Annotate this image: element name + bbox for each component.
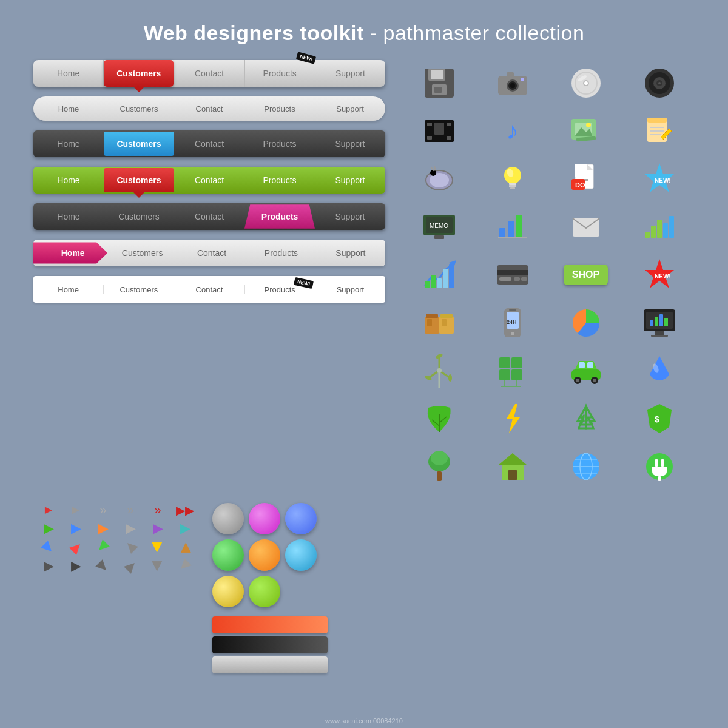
nav-support-7[interactable]: Support — [315, 285, 385, 294]
speaker-icon — [624, 60, 695, 106]
camera-icon — [477, 60, 548, 106]
new-red-badge-icon: NEW! — [624, 252, 695, 297]
svg-rect-74 — [443, 269, 448, 288]
svg-rect-134 — [437, 471, 442, 481]
svg-rect-66 — [651, 226, 656, 238]
svg-point-39 — [430, 170, 436, 176]
arrow-dark-3: ▶ — [89, 552, 118, 581]
music-note-icon: ♪ — [477, 108, 548, 153]
navbar-7: Home Customers Contact Products NEW! Sup… — [33, 276, 385, 303]
nav-support-2[interactable]: Support — [315, 104, 385, 113]
nav-support-1[interactable]: Support — [315, 60, 385, 87]
nav-support-4[interactable]: Support — [315, 175, 385, 185]
arrow-orange: ▶ — [91, 521, 115, 536]
navbar-5: Home Customers Contact Products Support — [33, 203, 385, 230]
svg-rect-71 — [425, 281, 430, 288]
svg-point-133 — [431, 451, 448, 465]
nav-home-4[interactable]: Home — [33, 175, 104, 185]
svg-rect-44 — [509, 185, 516, 187]
sticker-pink — [249, 503, 280, 534]
nav-contact-4[interactable]: Contact — [174, 175, 244, 185]
bar-silver — [212, 656, 328, 673]
svg-text:♻: ♻ — [580, 413, 590, 425]
nav-customers-7[interactable]: Customers — [104, 285, 174, 294]
email-icon — [550, 204, 621, 249]
nav-customers-2[interactable]: Customers — [104, 104, 174, 113]
svg-rect-26 — [447, 136, 451, 140]
nav-home-5[interactable]: Home — [33, 212, 104, 221]
nav-products-6[interactable]: Products — [246, 248, 315, 258]
bar-chart-icon — [477, 204, 548, 249]
svg-text:NEW!: NEW! — [655, 177, 671, 184]
arrow-dark-1: ▶ — [36, 558, 61, 574]
nav-support-6[interactable]: Support — [316, 248, 385, 258]
nav-products-5[interactable]: Products — [244, 204, 315, 229]
page-header: Web designers toolkit - pathmaster colle… — [0, 0, 728, 60]
nav-customers-1[interactable]: Customers — [104, 60, 174, 87]
svg-marker-129 — [507, 404, 520, 433]
nav-contact-1[interactable]: Contact — [174, 60, 244, 87]
nav-contact-5[interactable]: Contact — [174, 212, 244, 221]
svg-text:NEW!: NEW! — [655, 273, 671, 280]
nav-home-3[interactable]: Home — [33, 139, 104, 149]
shop-icon: SHOP — [550, 252, 621, 297]
bar-dark — [212, 636, 328, 653]
nav-home-2[interactable]: Home — [33, 104, 104, 113]
svg-rect-92 — [509, 309, 516, 311]
nav-home-1[interactable]: Home — [33, 60, 104, 87]
pie-chart-icon — [550, 300, 621, 345]
trending-up-icon — [403, 252, 474, 297]
delivery-box-icon — [403, 300, 474, 345]
svg-point-10 — [521, 78, 524, 81]
svg-rect-145 — [661, 459, 664, 467]
svg-rect-84 — [427, 319, 432, 326]
arrow-dark-5: ▶ — [150, 554, 166, 578]
nav-home-6[interactable]: Home — [33, 242, 107, 263]
nav-products-2[interactable]: Products — [244, 104, 315, 113]
nav-customers-4[interactable]: Customers — [104, 168, 174, 192]
arrow-gray-1: ► — [64, 503, 88, 517]
arrow-dark-4: ▶ — [116, 552, 145, 581]
nav-home-7[interactable]: Home — [33, 285, 104, 294]
svg-rect-78 — [499, 277, 511, 281]
svg-rect-4 — [434, 87, 442, 93]
eco-tag-icon: $ — [624, 396, 695, 441]
navbar-3: Home Customers Contact Products Support — [33, 130, 385, 157]
image-icon — [550, 108, 621, 153]
icons-column: ♪ DOC NEW! MEMO — [397, 60, 695, 489]
title-regular: - pathmaster collection — [364, 21, 585, 44]
nav-products-7[interactable]: Products NEW! — [245, 285, 315, 294]
svg-rect-69 — [669, 216, 674, 238]
sticker-blue — [285, 503, 317, 534]
nav-products-3[interactable]: Products — [244, 139, 315, 149]
arrow-blue: ▶ — [64, 521, 88, 536]
watermark: www.sucai.com 00084210 — [325, 717, 403, 724]
nav-customers-6[interactable]: Customers — [107, 248, 177, 258]
arrow-dark-2: ▶ — [64, 558, 88, 574]
sticker-orange — [249, 539, 280, 571]
svg-point-30 — [586, 123, 591, 127]
monitor-chart-icon — [624, 300, 695, 345]
nav-contact-2[interactable]: Contact — [174, 104, 244, 113]
nav-support-3[interactable]: Support — [315, 139, 385, 149]
svg-point-14 — [584, 81, 588, 85]
nav-customers-3[interactable]: Customers — [104, 132, 174, 156]
nav-support-5[interactable]: Support — [315, 212, 385, 221]
lightning-icon — [477, 396, 548, 441]
nav-customers-5[interactable]: Customers — [104, 212, 174, 221]
arrow-dgray-1: » — [91, 503, 115, 517]
svg-rect-86 — [442, 319, 447, 326]
nav-products-4[interactable]: Products — [244, 175, 315, 185]
sticker-lime — [249, 576, 280, 607]
nav-contact-7[interactable]: Contact — [174, 285, 244, 294]
title-bold: Web designers toolkit — [144, 21, 364, 44]
globe-icon — [550, 443, 621, 489]
svg-rect-87 — [426, 314, 438, 318]
svg-rect-144 — [655, 459, 658, 467]
nav-contact-6[interactable]: Contact — [177, 248, 246, 258]
svg-rect-119 — [579, 362, 585, 368]
nav-contact-3[interactable]: Contact — [174, 139, 244, 149]
sticker-green — [212, 539, 244, 571]
svg-text:$: $ — [655, 414, 659, 424]
nav-products-1[interactable]: Products NEW! — [245, 60, 315, 87]
